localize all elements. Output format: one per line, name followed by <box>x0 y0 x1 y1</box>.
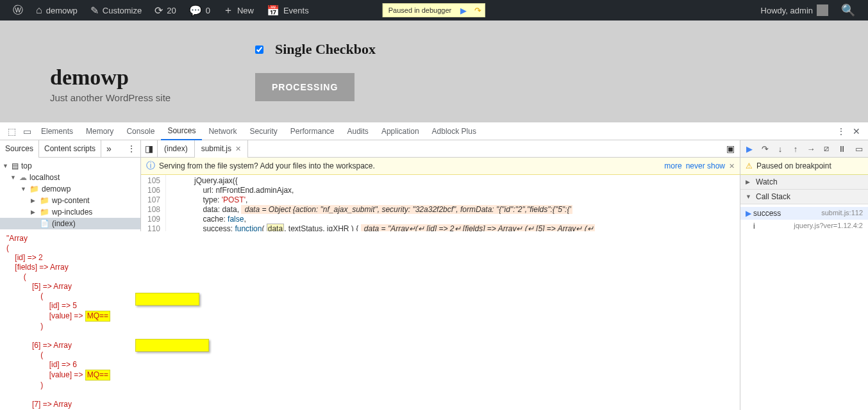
updates-link[interactable]: ⟳20 <box>148 0 182 20</box>
howdy-menu[interactable]: Howdy, admin <box>755 0 835 20</box>
debugger-sidebar: ▶ ↷ ↓ ↑ → ⧄ ⏸ ▭ ⚠ Paused on breakpoint ▶… <box>740 140 868 410</box>
inspect-icon[interactable]: ⬚ <box>4 126 19 136</box>
more-tabs-icon[interactable]: » <box>101 144 117 154</box>
folder-icon: 📁 <box>40 196 49 205</box>
new-menu[interactable]: ＋New <box>217 0 260 20</box>
processing-button[interactable]: PROCESSING <box>255 73 355 101</box>
content-scripts-tab[interactable]: Content scripts <box>39 140 101 158</box>
tree-host[interactable]: ▼☁localhost <box>0 172 140 183</box>
tab-performance[interactable]: Performance <box>284 122 341 140</box>
step-over-icon[interactable]: ↷ <box>758 144 771 154</box>
value-tooltip: "Array ( [id] => 2 [fields] => Array ( [… <box>3 231 733 410</box>
wp-admin-bar: ⓦ ⌂demowp ✎Customize ⟳20 💬0 ＋New 📅Events… <box>0 0 868 20</box>
tab-console[interactable]: Console <box>120 122 161 140</box>
file-icon: 📄 <box>40 219 49 228</box>
tab-elements[interactable]: Elements <box>35 122 79 140</box>
comments-link[interactable]: 💬0 <box>183 0 217 20</box>
devtools-tabs: ⬚ ▭ Elements Memory Console Sources Netw… <box>0 122 868 140</box>
tree-wp-includes[interactable]: ▶📁wp-includes <box>0 206 140 218</box>
step-into-icon[interactable]: ↓ <box>774 144 787 154</box>
highlight-box <box>135 293 199 306</box>
editor-tab-index[interactable]: (index) <box>158 140 195 158</box>
device-icon[interactable]: ▭ <box>19 126 35 136</box>
avatar-icon <box>817 4 828 16</box>
highlight-box <box>135 339 209 352</box>
devtools-close-icon[interactable]: ✕ <box>849 126 864 136</box>
inline-value-hint: data = Object {action: "nf_ajax_submit",… <box>241 205 572 214</box>
tab-adblock[interactable]: Adblock Plus <box>426 122 483 140</box>
tree-root[interactable]: ▼📁demowp <box>0 183 140 195</box>
debugger-banner: Paused in debugger ▶ ↷ <box>383 3 485 17</box>
banner-more-link[interactable]: more <box>664 161 681 170</box>
tree-index[interactable]: 📄(index) <box>0 218 140 229</box>
editor-tab-submit[interactable]: submit.js✕ <box>195 140 248 158</box>
banner-close-icon[interactable]: ✕ <box>729 162 735 170</box>
debugger-resume-icon[interactable]: ▶ <box>456 3 471 17</box>
single-checkbox[interactable] <box>255 45 263 54</box>
deactivate-bp-icon[interactable]: ⧄ <box>820 144 833 154</box>
step-out-icon[interactable]: ↑ <box>789 144 802 154</box>
current-frame-icon: ▶ <box>746 209 753 218</box>
search-toggle[interactable]: 🔍 <box>835 0 862 20</box>
editor-expand-icon[interactable]: ▣ <box>721 144 740 154</box>
tab-security[interactable]: Security <box>243 122 283 140</box>
info-icon: ⓘ <box>146 160 155 172</box>
tab-audits[interactable]: Audits <box>341 122 375 140</box>
close-tab-icon[interactable]: ✕ <box>235 145 241 153</box>
events-link[interactable]: 📅Events <box>260 0 315 20</box>
highlighted-value: MQ== <box>85 370 110 381</box>
customize-link[interactable]: ✎Customize <box>84 0 148 20</box>
step-icon[interactable]: → <box>805 144 817 154</box>
navigator-menu-icon[interactable]: ⋮ <box>122 144 140 153</box>
folder-icon: 📁 <box>29 184 39 193</box>
tab-application[interactable]: Application <box>375 122 426 140</box>
pause-exc-icon[interactable]: ⏸ <box>835 144 848 154</box>
page-content: demowp Just another WordPress site Singl… <box>0 20 868 122</box>
debugger-step-icon[interactable]: ↷ <box>471 3 485 17</box>
tab-sources[interactable]: Sources <box>161 122 202 140</box>
stack-frame[interactable]: i jquery.js?ver=1.12.4:2 <box>740 220 868 233</box>
workspace-banner: ⓘ Serving from the file system? Add your… <box>141 158 740 175</box>
tab-network[interactable]: Network <box>202 122 243 140</box>
site-tagline: Just another WordPress site <box>50 92 171 103</box>
checkbox-label: Single Checkbox <box>275 41 376 58</box>
paused-banner: ⚠ Paused on breakpoint <box>740 158 868 175</box>
callstack-section[interactable]: ▼Call Stack <box>740 190 868 204</box>
resume-icon[interactable]: ▶ <box>743 144 756 154</box>
watch-section[interactable]: ▶Watch <box>740 175 868 190</box>
site-menu[interactable]: ⌂demowp <box>29 0 84 20</box>
devtools-menu-icon[interactable]: ⋮ <box>833 126 849 136</box>
tab-memory[interactable]: Memory <box>79 122 120 140</box>
stack-frame[interactable]: ▶ success submit.js:112 <box>740 207 868 220</box>
wp-logo[interactable]: ⓦ <box>6 0 29 20</box>
banner-never-link[interactable]: never show <box>686 161 725 170</box>
tree-top[interactable]: ▼▤top <box>0 160 140 172</box>
warning-icon: ⚠ <box>746 161 753 170</box>
search-icon: 🔍 <box>841 3 855 17</box>
tree-wp-content[interactable]: ▶📁wp-content <box>0 195 140 206</box>
sources-tab[interactable]: Sources <box>0 140 39 158</box>
nav-back-icon[interactable]: ◨ <box>141 140 158 158</box>
collapse-icon[interactable]: ▭ <box>853 144 865 154</box>
site-title[interactable]: demowp <box>50 65 171 90</box>
cloud-icon: ☁ <box>19 173 27 182</box>
folder-icon: 📁 <box>40 208 49 217</box>
highlighted-value: MQ== <box>85 311 110 322</box>
